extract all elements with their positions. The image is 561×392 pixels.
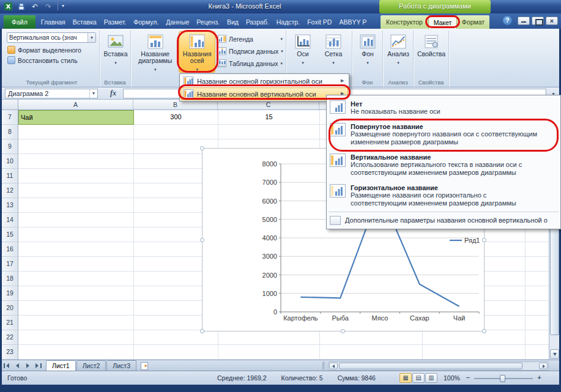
minimize-button[interactable]	[518, 17, 530, 25]
insert-function-button[interactable]: fx	[106, 89, 121, 98]
sheet-tab-sheet1[interactable]: Лист1	[46, 360, 76, 371]
close-button[interactable]	[546, 17, 558, 25]
background-button[interactable]: Фон	[354, 31, 381, 73]
tab-insert[interactable]: Вставка	[69, 15, 100, 29]
ribbon-tab-row: ФайлГлавнаяВставкаРазмет.Формул.ДанныеРе…	[0, 13, 561, 29]
sheet-tab-sheet2[interactable]: Лист2	[76, 360, 106, 371]
chart-resize-handle[interactable]	[200, 238, 204, 242]
scroll-left-icon[interactable]	[329, 363, 338, 369]
name-box[interactable]: Диаграмма 2	[5, 89, 98, 98]
restore-button[interactable]	[532, 17, 544, 25]
tab-page-layout[interactable]: Размет.	[100, 15, 130, 29]
redo-button[interactable]: ↷	[43, 1, 54, 12]
undo-button[interactable]: ↶	[29, 1, 40, 12]
select-all-corner[interactable]	[2, 100, 18, 110]
axes-button[interactable]: Оси	[288, 31, 318, 73]
submenu-item-none[interactable]: НетНе показывать название оси	[327, 97, 560, 119]
data-table-button[interactable]: Таблица данных	[217, 58, 284, 68]
horizontal-scrollbar[interactable]	[328, 361, 549, 371]
row-header-10[interactable]: 10	[2, 154, 18, 169]
sheet-nav-first-icon[interactable]	[2, 360, 12, 371]
tab-view[interactable]: Вид	[223, 15, 242, 29]
legend-button[interactable]: Легенда	[217, 34, 284, 44]
properties-button[interactable]: Свойства	[415, 31, 447, 73]
row-header-11[interactable]: 11	[2, 169, 18, 183]
column-header-A[interactable]: A	[18, 100, 133, 109]
tab-design[interactable]: Конструктор	[381, 15, 428, 29]
row-header-17[interactable]: 17	[2, 257, 18, 272]
cell-B7[interactable]: 300	[133, 110, 218, 125]
row-header-19[interactable]: 19	[2, 286, 18, 301]
chart-resize-handle[interactable]	[482, 238, 486, 242]
normal-view-button[interactable]	[399, 373, 412, 383]
insert-button[interactable]: Вставка	[102, 31, 130, 73]
row-header-15[interactable]: 15	[2, 227, 18, 242]
chart-resize-handle[interactable]	[482, 329, 486, 333]
sheet-tab-sheet3[interactable]: Лист3	[106, 360, 136, 371]
chart-resize-handle[interactable]	[341, 329, 345, 333]
page-layout-view-button[interactable]	[412, 373, 425, 383]
chart-element-selector[interactable]: Вертикальная ось (знач	[7, 32, 96, 43]
row-header-21[interactable]: 21	[2, 316, 18, 330]
gridlines-button[interactable]: Сетка	[319, 31, 348, 73]
submenu-item-horizontal-title[interactable]: Горизонтальное названиеРазмещение назван…	[327, 180, 560, 211]
row-header-22[interactable]: 22	[2, 330, 18, 345]
zoom-slider[interactable]	[464, 374, 543, 382]
tab-split-handle[interactable]	[322, 361, 325, 370]
insert-worksheet-icon[interactable]	[138, 360, 150, 371]
reset-style-button[interactable]: Восстановить стиль	[6, 55, 97, 65]
submenu-more-options[interactable]: Дополнительные параметры названия основн…	[327, 213, 560, 227]
submenu-item-vertical-title[interactable]: Вертикальное названиеИспользование верти…	[327, 150, 560, 180]
tab-add-ins[interactable]: Надстр.	[273, 15, 303, 29]
tab-foxit[interactable]: Foxit PD	[303, 15, 335, 29]
row-header-8[interactable]: 8	[2, 125, 18, 139]
format-selection-button[interactable]: Формат выделенного	[6, 45, 97, 55]
chart-resize-handle[interactable]	[200, 329, 204, 333]
sheet-nav-next-icon[interactable]	[23, 360, 33, 371]
tab-formulas[interactable]: Формул.	[130, 15, 162, 29]
tab-abbyy[interactable]: ABBYY P	[335, 15, 370, 29]
tab-file[interactable]: Файл	[4, 15, 35, 29]
submenu-item-rotated-title[interactable]: Повернутое названиеРазмещение повернутог…	[327, 119, 560, 150]
row-header-18[interactable]: 18	[2, 272, 18, 286]
row-header-9[interactable]: 9	[2, 139, 18, 154]
axis-titles-button[interactable]: Названия осей	[179, 31, 215, 73]
scroll-right-icon[interactable]	[539, 363, 548, 369]
chart-resize-handle[interactable]	[200, 146, 204, 150]
save-button[interactable]	[16, 1, 27, 12]
sheet-nav-last-icon[interactable]	[33, 360, 43, 371]
chevron-down-icon[interactable]	[89, 89, 97, 98]
row-header-7[interactable]: 7	[2, 110, 18, 125]
menu-item-vertical-axis-title[interactable]: Название основной вертикальной оси	[180, 87, 348, 100]
tab-home[interactable]: Главная	[37, 15, 69, 29]
tab-review[interactable]: Реценз.	[193, 15, 223, 29]
scroll-down-icon[interactable]	[550, 349, 559, 359]
sheet-nav-prev-icon[interactable]	[12, 360, 23, 371]
zoom-in-icon[interactable]	[536, 374, 543, 381]
tab-developer[interactable]: Разраб.	[242, 15, 273, 29]
tab-layout[interactable]: Макет	[428, 15, 457, 29]
qat-dropdown-icon[interactable]	[62, 2, 68, 12]
zoom-level[interactable]: 100%	[444, 374, 460, 382]
data-labels-button[interactable]: Подписи данных	[217, 46, 284, 56]
menu-item-horizontal-axis-title[interactable]: Название основной горизонтальной оси	[180, 75, 348, 87]
cell-C7[interactable]: 15	[218, 110, 320, 125]
page-break-view-button[interactable]	[425, 373, 437, 383]
row-header-13[interactable]: 13	[2, 198, 18, 213]
zoom-out-icon[interactable]	[464, 374, 471, 381]
row-header-14[interactable]: 14	[2, 213, 18, 227]
row-header-23[interactable]: 23	[2, 345, 18, 360]
row-header-12[interactable]: 12	[2, 183, 18, 198]
chart-title-button[interactable]: Название диаграммы	[133, 31, 177, 73]
cell-A7[interactable]: Чай	[18, 110, 134, 125]
tab-data[interactable]: Данные	[162, 15, 193, 29]
tab-format[interactable]: Формат	[457, 15, 489, 29]
svg-text:2000: 2000	[262, 272, 277, 279]
row-header-16[interactable]: 16	[2, 242, 18, 257]
analysis-button[interactable]: Анализ	[385, 31, 412, 73]
row-header-20[interactable]: 20	[2, 301, 18, 316]
horizontal-scroll-thumb[interactable]	[339, 363, 522, 369]
zoom-slider-thumb[interactable]	[500, 375, 505, 382]
help-button[interactable]	[503, 16, 512, 25]
chevron-down-icon[interactable]	[87, 33, 95, 42]
